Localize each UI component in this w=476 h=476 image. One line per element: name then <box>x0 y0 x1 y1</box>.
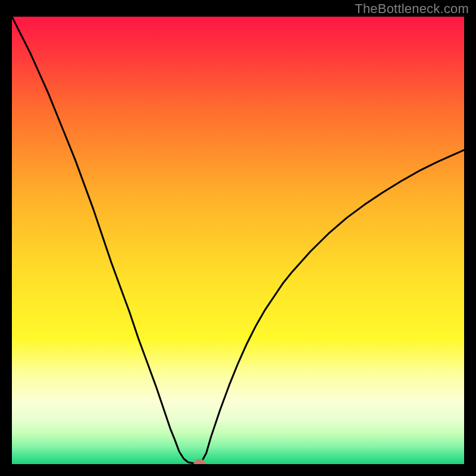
chart-container: TheBottleneck.com <box>0 0 476 476</box>
chart-svg <box>12 17 464 464</box>
chart-background <box>12 17 464 464</box>
watermark-text: TheBottleneck.com <box>355 1 469 17</box>
plot-area <box>12 17 464 464</box>
